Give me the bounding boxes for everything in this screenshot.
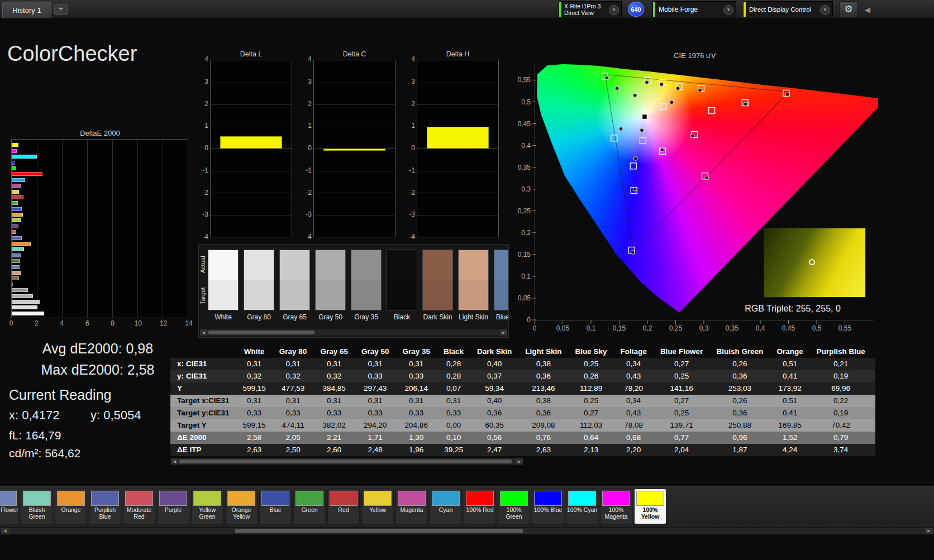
- cie-chart-title: CIE 1976 u'v': [512, 51, 878, 60]
- patch-button-100-red[interactable]: 100% Red: [464, 489, 496, 524]
- patch-button-blue-flower[interactable]: Blue Flower: [0, 489, 19, 524]
- patch-button-yellow[interactable]: Yellow: [361, 489, 394, 524]
- scrollbar-thumb[interactable]: [179, 460, 512, 463]
- patch-button-100-cyan[interactable]: 100% Cyan: [566, 489, 598, 524]
- table-cell: 0,25: [654, 370, 710, 382]
- scroll-left-icon[interactable]: ◀: [1, 528, 9, 534]
- patch-button-magenta[interactable]: Magenta: [395, 489, 428, 524]
- swatch-gray-35: [351, 250, 382, 310]
- de-bar-moderate-red: [12, 230, 16, 234]
- delta-gridline: [314, 215, 395, 216]
- patch-button-orange-yellow[interactable]: Orange Yellow: [225, 489, 258, 524]
- table-cell: 0,19: [810, 370, 872, 382]
- main-horizontal-scrollbar[interactable]: ◀ ▶: [0, 527, 934, 535]
- delta-gridline: [211, 104, 292, 105]
- patch-swatch: [432, 491, 460, 506]
- table-cell: 0,33: [273, 407, 314, 419]
- table-row-y: Y599,15477,53384,85297,43206,140,0759,34…: [170, 382, 875, 395]
- table-cell: 0,31: [395, 358, 437, 370]
- patch-button-red[interactable]: Red: [327, 489, 360, 524]
- delta-y-tick: 3: [303, 78, 312, 85]
- chevron-down-icon[interactable]: ▾: [723, 5, 733, 15]
- scroll-left-icon[interactable]: ◀: [171, 458, 178, 465]
- scroll-right-icon[interactable]: ▶: [500, 329, 507, 336]
- col-header-blue-flower: Blue Flower: [654, 346, 710, 358]
- swatch-label: Black: [386, 313, 418, 321]
- patch-button-label: Purple: [158, 506, 189, 514]
- collapse-panel-button[interactable]: ◀: [862, 4, 873, 15]
- table-scrollbar[interactable]: ◀ ▶: [170, 458, 523, 465]
- swatch-label: Blue Sky: [493, 313, 509, 321]
- patch-button-label: Purplish Blue: [89, 506, 121, 520]
- row-label: Y: [170, 382, 236, 395]
- table-cell: 0,33: [355, 370, 396, 382]
- patch-button-100-blue[interactable]: 100% Blue: [532, 489, 564, 524]
- patch-button-yellow-green[interactable]: Yellow Green: [191, 489, 223, 524]
- patch-button-100-magenta[interactable]: 100% Magenta: [600, 489, 632, 524]
- add-tab-button[interactable]: +: [54, 4, 68, 15]
- cie-measured-point: [633, 187, 637, 191]
- patch-button-moderate-red[interactable]: Moderate Red: [123, 489, 155, 524]
- col-header-blue-sky: Blue Sky: [569, 346, 614, 358]
- swatch-white: [208, 250, 239, 310]
- scrollbar-thumb[interactable]: [208, 331, 314, 334]
- meter-dropdown[interactable]: X-Rite i1Pro 3 Direct View ▾: [559, 1, 622, 17]
- scroll-left-icon[interactable]: ◀: [200, 329, 207, 336]
- patch-swatch: [159, 491, 187, 506]
- inset-measurement-marker: [809, 259, 815, 265]
- de-bar-orange-yellow: [12, 213, 23, 217]
- meter-status-accent: [559, 2, 561, 17]
- table-cell: 2,63: [518, 444, 568, 456]
- de-bar-magenta: [12, 184, 21, 188]
- cie-measured-point: [744, 102, 747, 106]
- table-cell: 297,43: [355, 382, 396, 395]
- cie-y-tick-label: 0,5: [521, 98, 531, 106]
- scroll-right-icon[interactable]: ▶: [516, 458, 523, 465]
- patch-button-bluish-green[interactable]: Bluish Green: [21, 489, 53, 524]
- patch-button-green[interactable]: Green: [293, 489, 326, 524]
- table-cell: 253,03: [709, 382, 770, 395]
- delta-gridline: [211, 193, 292, 193]
- col-header-gray-50: Gray 50: [355, 346, 396, 358]
- patch-button-orange[interactable]: Orange: [55, 489, 87, 524]
- swatch-target-half: [387, 280, 417, 310]
- delta-chart-delta-h: Delta H43210-1-2-3-4: [407, 50, 499, 246]
- table-cell: 0,32: [273, 370, 314, 382]
- de2000-x-tick: 8: [111, 319, 115, 327]
- table-corner-cell: [170, 346, 236, 358]
- table-cell: 599,15: [236, 419, 273, 432]
- col-header-foliage: Foliage: [614, 346, 654, 358]
- settings-button[interactable]: ⚙: [839, 1, 858, 17]
- delta-y-tick: 0: [303, 144, 312, 152]
- swatch-strip-scrollbar[interactable]: ◀ ▶: [199, 329, 508, 336]
- cie-measured-point: [619, 127, 623, 131]
- chevron-down-icon[interactable]: ▾: [820, 5, 830, 15]
- table-cell: 112,89: [569, 382, 614, 395]
- patch-button-blue[interactable]: Blue: [259, 489, 292, 524]
- patch-selection-bar: Blue FlowerBluish GreenOrangePurplish Bl…: [0, 486, 934, 527]
- cie-y-tick-label: 0,1: [521, 272, 531, 280]
- de2000-x-tick: 10: [134, 319, 141, 327]
- patch-button-cyan[interactable]: Cyan: [430, 489, 462, 524]
- tab-history-1[interactable]: History 1: [2, 2, 51, 18]
- row-label: y: CIE31: [170, 370, 236, 382]
- table-cell: 0,32: [236, 370, 273, 382]
- de-bar-cyan: [12, 178, 25, 182]
- scroll-right-icon[interactable]: ▶: [925, 528, 933, 534]
- table-row-x-cie31: x: CIE310,310,310,310,310,310,280,400,38…: [170, 358, 875, 370]
- meter-count-badge[interactable]: 640: [628, 2, 644, 17]
- de2000-gridline: [112, 140, 113, 318]
- patch-button-purplish-blue[interactable]: Purplish Blue: [89, 489, 121, 524]
- col-header-white: White: [236, 346, 273, 358]
- display-control-dropdown[interactable]: Direct Display Control ▾: [743, 1, 833, 17]
- patch-button-100-green[interactable]: 100% Green: [498, 489, 530, 524]
- source-name: Mobile Forge: [653, 6, 698, 13]
- scrollbar-thumb[interactable]: [235, 529, 523, 533]
- patch-button-100-yellow[interactable]: 100% Yellow: [634, 489, 666, 524]
- table-row-target-x-cie31: Target x:CIE310,310,310,310,310,310,310,…: [170, 395, 875, 407]
- de-bar-100-cyan: [12, 155, 37, 159]
- source-dropdown[interactable]: Mobile Forge ▾: [652, 1, 736, 17]
- patch-button-purple[interactable]: Purple: [157, 489, 189, 524]
- chevron-down-icon[interactable]: ▾: [609, 5, 619, 15]
- table-cell: 0,43: [614, 370, 654, 382]
